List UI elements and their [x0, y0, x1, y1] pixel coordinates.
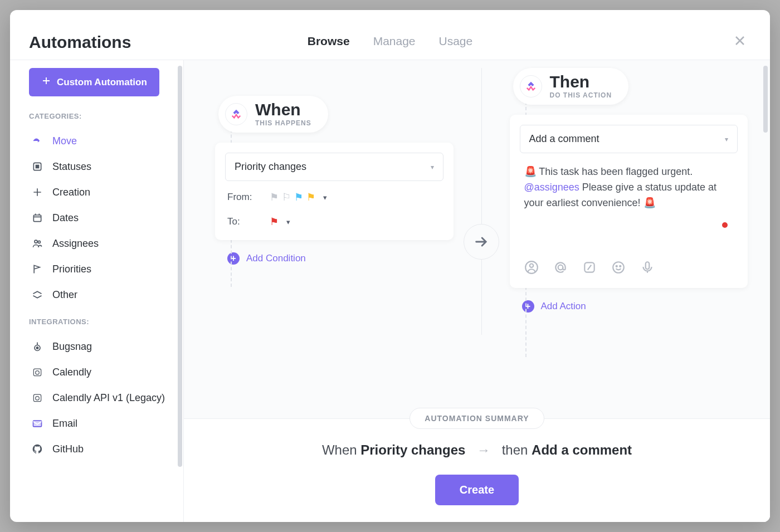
- flag-blue-icon: ⚑: [294, 191, 303, 203]
- plus-circle-icon: +: [522, 300, 534, 313]
- sidebar-item-assignees[interactable]: Assignees: [29, 231, 171, 256]
- action-select-value: Add a comment: [529, 133, 599, 145]
- svg-point-17: [616, 266, 617, 267]
- close-icon[interactable]: [729, 31, 751, 53]
- svg-point-16: [613, 262, 624, 273]
- automations-modal: Automations Browse Manage Usage Custom A…: [10, 10, 770, 522]
- svg-rect-1: [36, 165, 39, 168]
- summary-sentence: When Priority changes → then Add a comme…: [206, 442, 748, 458]
- sidebar-item-calendly-legacy[interactable]: Calendly API v1 (Legacy): [29, 385, 171, 411]
- chevron-down-icon[interactable]: ▾: [286, 218, 290, 226]
- modal-title: Automations: [29, 33, 131, 52]
- from-priority-flags[interactable]: ⚑ ⚐ ⚑ ⚑ ▾: [270, 191, 327, 203]
- voice-icon[interactable]: [639, 259, 656, 276]
- svg-rect-7: [33, 369, 41, 376]
- sidebar-item-label: Calendly API v1 (Legacy): [52, 392, 165, 404]
- action-card: Add a comment ▾ 🚨 This task has been fla…: [510, 115, 748, 288]
- bugsnag-icon: [31, 340, 43, 353]
- when-header-pill: When THIS HAPPENS: [218, 96, 328, 133]
- action-select[interactable]: Add a comment ▾: [520, 125, 738, 153]
- sidebar-item-bugsnag[interactable]: Bugsnag: [29, 334, 171, 359]
- summary-when-value: Priority changes: [360, 442, 465, 457]
- flag-yellow-icon: ⚑: [306, 191, 315, 203]
- comment-editor[interactable]: 🚨 This task has been flagged urgent. @as…: [520, 153, 738, 253]
- add-action-button[interactable]: + Add Action: [522, 300, 748, 313]
- emoji-icon[interactable]: [610, 259, 627, 276]
- svg-rect-2: [33, 215, 41, 222]
- sidebar-item-github[interactable]: GitHub: [29, 436, 171, 462]
- sidebar-scrollbar[interactable]: [178, 66, 182, 467]
- flag-outline-icon: ⚐: [282, 191, 291, 203]
- tab-browse[interactable]: Browse: [308, 21, 350, 64]
- summary-when-prefix: When: [322, 442, 360, 457]
- other-icon: [31, 289, 43, 301]
- svg-point-4: [38, 241, 40, 243]
- automation-summary: AUTOMATION SUMMARY When Priority changes…: [184, 418, 770, 522]
- email-icon: [31, 417, 43, 429]
- sidebar-item-label: Bugsnag: [52, 341, 92, 353]
- svg-rect-19: [645, 262, 649, 269]
- dates-icon: [31, 212, 43, 224]
- sidebar-item-dates[interactable]: Dates: [29, 205, 171, 231]
- cursor-indicator: [722, 222, 728, 228]
- clickup-logo-icon: [520, 75, 542, 97]
- custom-automation-button[interactable]: Custom Automation: [29, 68, 159, 96]
- sidebar-item-label: Calendly: [52, 367, 91, 378]
- mention-icon[interactable]: [552, 259, 569, 276]
- create-button[interactable]: Create: [435, 475, 519, 505]
- calendly-legacy-icon: [31, 392, 43, 404]
- flag-gray-icon: ⚑: [270, 191, 279, 203]
- chevron-down-icon[interactable]: ▾: [323, 193, 327, 202]
- sidebar-item-creation[interactable]: Creation: [29, 179, 171, 205]
- summary-then-prefix: then: [502, 442, 532, 457]
- statuses-icon: [31, 160, 43, 173]
- to-priority-flags[interactable]: ⚑ ▾: [270, 216, 290, 228]
- arrow-divider-icon: [464, 224, 499, 260]
- clickup-logo-icon: [225, 103, 247, 125]
- builder: When THIS HAPPENS Priority changes ▾ Fro…: [184, 60, 770, 418]
- priorities-icon: [31, 263, 43, 275]
- sidebar-item-other[interactable]: Other: [29, 282, 171, 308]
- sidebar-item-label: Move: [52, 135, 77, 147]
- categories-heading: CATEGORIES:: [29, 112, 171, 120]
- sidebar-item-label: Other: [52, 289, 77, 301]
- assign-comment-icon[interactable]: [523, 259, 540, 276]
- integrations-heading: INTEGRATIONS:: [29, 318, 171, 326]
- sidebar-item-label: Statuses: [52, 161, 91, 173]
- then-subtitle: DO THIS ACTION: [550, 91, 612, 99]
- arrow-right-icon: →: [477, 442, 490, 457]
- svg-rect-11: [33, 421, 42, 427]
- sidebar-item-priorities[interactable]: Priorities: [29, 256, 171, 282]
- when-subtitle: THIS HAPPENS: [255, 119, 311, 127]
- to-row: To: ⚑ ▾: [225, 206, 443, 230]
- move-icon: [31, 135, 43, 147]
- slash-command-icon[interactable]: [581, 259, 598, 276]
- sidebar-item-label: Creation: [52, 187, 90, 198]
- svg-point-3: [35, 240, 37, 243]
- builder-area: When THIS HAPPENS Priority changes ▾ Fro…: [184, 60, 770, 522]
- sidebar-item-label: Assignees: [52, 238, 99, 250]
- tab-manage[interactable]: Manage: [373, 21, 416, 64]
- add-condition-button[interactable]: + Add Condition: [227, 252, 454, 265]
- github-icon: [31, 443, 43, 455]
- sidebar-item-move[interactable]: Move: [29, 128, 171, 154]
- svg-point-10: [36, 397, 40, 401]
- chevron-down-icon: ▾: [725, 135, 728, 143]
- from-label: From:: [227, 192, 259, 203]
- svg-rect-9: [33, 394, 41, 402]
- trigger-select[interactable]: Priority changes ▾: [225, 153, 443, 181]
- sidebar-item-label: Dates: [52, 212, 79, 224]
- sidebar-item-calendly[interactable]: Calendly: [29, 359, 171, 385]
- svg-point-12: [529, 264, 533, 268]
- header-tabs: Browse Manage Usage: [308, 17, 472, 67]
- then-column: Then DO THIS ACTION Add a comment ▾ 🚨 Th…: [481, 68, 748, 335]
- sidebar-item-email[interactable]: Email: [29, 411, 171, 436]
- add-condition-label: Add Condition: [246, 253, 306, 264]
- trigger-select-value: Priority changes: [235, 161, 306, 173]
- sidebar-item-statuses[interactable]: Statuses: [29, 154, 171, 179]
- tab-usage[interactable]: Usage: [439, 21, 473, 64]
- modal-body: Custom Automation CATEGORIES: Move Statu…: [10, 60, 770, 522]
- from-row: From: ⚑ ⚐ ⚑ ⚑ ▾: [225, 181, 443, 206]
- comment-toolbar: [520, 253, 738, 278]
- modal-header: Automations Browse Manage Usage: [10, 10, 770, 60]
